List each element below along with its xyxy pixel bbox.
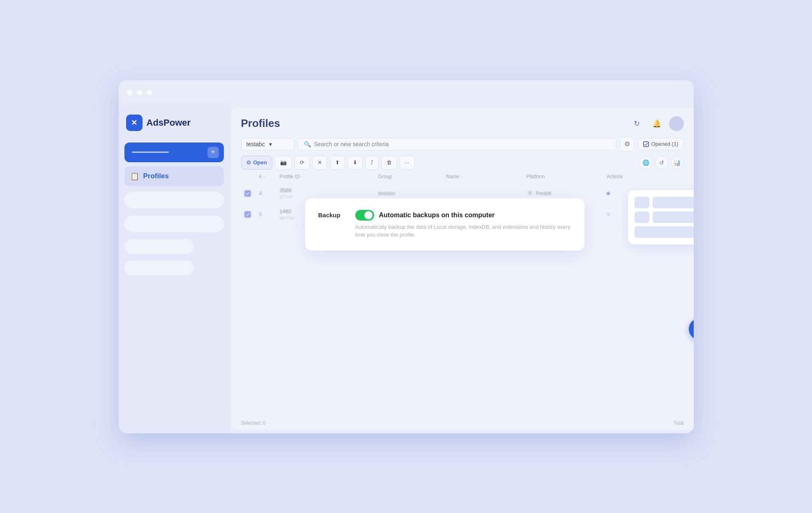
- logo-area: ✕ AdsPower: [124, 111, 224, 138]
- backup-title: Automatic backups on this computer: [379, 212, 495, 219]
- main-content: Profiles ↻ 🔔 testabc ▾: [231, 108, 694, 430]
- sidebar-pill-3: [124, 239, 194, 254]
- sidebar-item-label: Profiles: [143, 172, 169, 180]
- sidebar-pill-1: [124, 192, 224, 208]
- side-pill-wide: [653, 197, 694, 208]
- side-pill-2: [653, 212, 694, 223]
- side-pill-sm: [635, 197, 649, 208]
- new-profile-button[interactable]: +: [124, 143, 224, 162]
- side-bottom-pill: [635, 226, 694, 238]
- backup-toggle-row: Automatic backups on this computer: [355, 210, 571, 221]
- backup-content: Automatic backups on this computer Autom…: [355, 210, 571, 239]
- app-window: ✕ AdsPower + 📋 Profiles Profiles: [119, 80, 694, 433]
- backup-toggle[interactable]: [355, 210, 374, 221]
- side-pill-sm-2: [635, 212, 649, 223]
- sidebar: ✕ AdsPower + 📋 Profiles: [119, 105, 230, 433]
- backup-row: Backup Automatic backups on this compute…: [318, 210, 571, 239]
- app-body: ✕ AdsPower + 📋 Profiles Profiles: [119, 105, 694, 433]
- new-profile-line: [132, 152, 169, 153]
- backup-description: Automatically backup the data of Local s…: [355, 223, 571, 239]
- sidebar-pill-4: [124, 260, 194, 275]
- side-panel-row-1: [635, 197, 694, 208]
- traffic-light-red[interactable]: [127, 90, 133, 95]
- side-panel: [628, 190, 694, 244]
- sidebar-item-profiles[interactable]: 📋 Profiles: [124, 166, 224, 186]
- traffic-light-green[interactable]: [147, 90, 152, 95]
- logo-icon: ✕: [126, 115, 143, 131]
- logo-text: AdsPower: [147, 117, 191, 128]
- popup-overlay: Backup Automatic backups on this compute…: [231, 108, 694, 430]
- side-panel-row-2: [635, 212, 694, 223]
- sidebar-pill-2: [124, 216, 224, 232]
- profiles-icon: 📋: [130, 172, 139, 181]
- traffic-light-yellow[interactable]: [137, 90, 143, 95]
- backup-popup: Backup Automatic backups on this compute…: [305, 198, 584, 251]
- plus-icon: +: [207, 147, 219, 158]
- titlebar: [119, 80, 694, 105]
- download-fab[interactable]: [689, 318, 694, 340]
- backup-label: Backup: [318, 210, 347, 219]
